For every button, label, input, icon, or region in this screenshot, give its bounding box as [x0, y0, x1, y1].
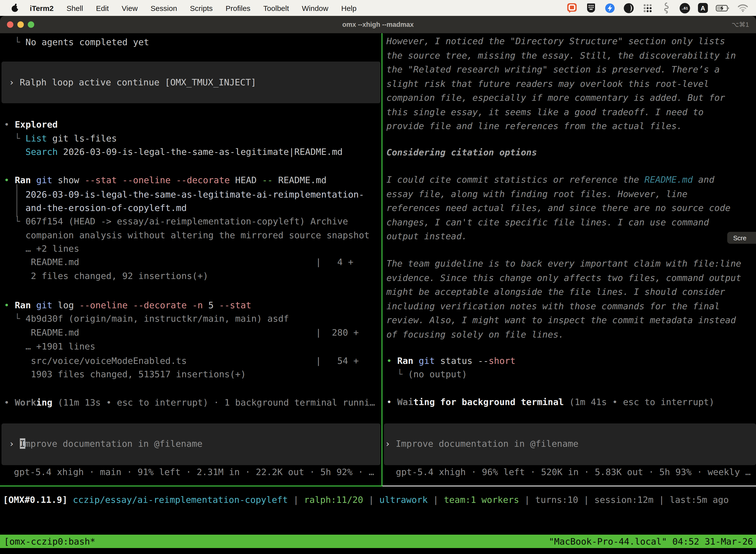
menu-item-scripts[interactable]: Scripts: [190, 4, 213, 12]
keyboard-layout-badge-icon[interactable]: A: [698, 3, 708, 13]
menu-item-help[interactable]: Help: [341, 4, 357, 12]
dots-grid-icon[interactable]: [642, 2, 653, 13]
menubar-status-icons: ..61 A: [567, 2, 748, 13]
menu-item-shell[interactable]: Shell: [66, 4, 83, 12]
menu-item-window[interactable]: Window: [302, 4, 328, 12]
keyboard-shield-icon[interactable]: [585, 2, 596, 13]
terminal: └ No agents completed yet› Ralph loop ac…: [0, 33, 756, 554]
minimize-button[interactable]: [17, 21, 24, 28]
menu-items: ShellEditViewSessionScriptsProfilesToolb…: [54, 4, 357, 12]
window-title-bar: omx --xhigh --madmax ⌥⌘1: [0, 16, 756, 33]
zoom-button[interactable]: [28, 21, 34, 28]
menu-item-edit[interactable]: Edit: [96, 4, 109, 12]
menu-item-toolbelt[interactable]: Toolbelt: [263, 4, 289, 12]
tmux-host-clock: "MacBook-Pro-44.local" 04:52 31-Mar-26: [549, 535, 756, 548]
omx-status-line: [OMX#0.11.9] cczip/essay/ai-reimplementa…: [3, 493, 729, 507]
close-button[interactable]: [7, 21, 13, 28]
screen-sharing-icon[interactable]: [567, 2, 577, 13]
bolt-badge-icon[interactable]: [604, 2, 615, 13]
menu-item-view[interactable]: View: [122, 4, 138, 12]
battery-icon[interactable]: [716, 2, 729, 13]
screen-share-pill[interactable]: Scre: [727, 232, 756, 244]
squiggle-icon[interactable]: [661, 2, 672, 13]
battery-percent-badge-icon[interactable]: ..61: [680, 3, 690, 13]
menu-item-session[interactable]: Session: [150, 4, 177, 12]
tmux-status-bar: [omx-cczip0:bash* "MacBook-Pro-44.local"…: [0, 535, 756, 548]
menu-item-profiles[interactable]: Profiles: [226, 4, 251, 12]
apple-menu-icon[interactable]: [11, 2, 19, 13]
screen: iTerm2 ShellEditViewSessionScriptsProfil…: [0, 0, 756, 554]
wifi-icon[interactable]: [737, 2, 748, 13]
window-shortcut-badge: ⌥⌘1: [732, 21, 749, 28]
moon-circle-icon[interactable]: [623, 2, 634, 13]
menu-item-app-name[interactable]: iTerm2: [30, 4, 54, 12]
window-controls: [7, 16, 34, 33]
window-title: omx --xhigh --madmax: [342, 21, 414, 28]
tmux-session-label[interactable]: [omx-cczip0:bash*: [0, 535, 95, 548]
status-footer: [OMX#0.11.9] cczip/essay/ai-reimplementa…: [0, 33, 756, 554]
screen-share-pill-label: Scre: [733, 234, 746, 241]
menu-bar: iTerm2 ShellEditViewSessionScriptsProfil…: [0, 0, 756, 16]
